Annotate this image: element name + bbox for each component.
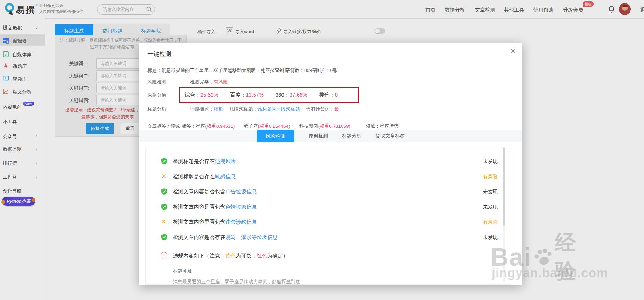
modal-tab-originality[interactable]: 原创检测 [308, 133, 328, 139]
tags-value: 标签：星座(权重0.94631) 双子座(权重0.854464) 科技新闻(权重… [182, 123, 350, 129]
check-row-political-banned: ✕ 检测文章内容里否包含违禁涉政信息 有风险 [146, 218, 512, 227]
shield-check-icon [161, 203, 168, 210]
risk-check-value: 检测完毕，有风险 [190, 79, 228, 85]
score-sogou: 搜狗：0 [319, 92, 338, 98]
check-status: 未发现 [483, 158, 498, 165]
title-analysis-label: 标题分析 [147, 106, 166, 112]
x-mark-icon: ✕ [161, 173, 166, 180]
risk-check-list: 检测标题是否存在违规风险 未发现 ✕ 检测标题是否存在敏感信息 有风险 检测文章… [145, 148, 512, 285]
one-click-check-modal: 一键检测 × 标题：消息最灵通的三个星座，双子座是移动大喇叭，处座探查到底 字符… [139, 43, 522, 285]
risk-check-label: 风险检测 [147, 79, 166, 85]
sentiment-value: 积极 [214, 106, 223, 112]
modal-tab-bar: 风险检测 原创检测 标题分析 提取文章标签 [139, 130, 522, 142]
originality-label: 原创分值 [147, 92, 166, 98]
close-icon[interactable]: × [510, 47, 515, 55]
article-title-label: 标题： [147, 68, 162, 73]
article-title-value: 消息最灵通的三个星座，双子座是移动大喇叭，处座探查到底 [162, 68, 289, 73]
modal-tab-risk-check[interactable]: 风险检测 [257, 130, 294, 142]
violation-notice: 违规内容如下（注意：黄色为可疑，红色为确定） [173, 253, 288, 259]
warn-yellow-word: 黄色 [225, 253, 236, 258]
check-keyword: 敏感信息 [215, 173, 236, 179]
risk-done-text: 检测完毕， [190, 79, 214, 84]
image-count: 图片：0张 [316, 67, 338, 74]
shield-check-icon [161, 158, 168, 165]
yizhuan-app: 易撰 ® 让创作更高效 人民网技术战略合作伙伴 首页 数据分析 文章检测 其他工… [0, 0, 644, 300]
violation-clipped-content: 消息最灵通的三个星座，双子座是移动大喇叭，处座探查到底 [173, 279, 300, 285]
modal-tab-title-analysis[interactable]: 标题分析 [342, 133, 361, 139]
tags-domain-label: 文章标签 / 领域 [147, 123, 180, 129]
danger-red-word: 红色 [257, 253, 267, 258]
originality-score-highlight-box: 综合：25.62% 百度：13.57% 360：37.66% 搜狗：0 [179, 87, 359, 103]
check-row-violation-risk: 检测标题是否存在违规风险 未发现 [146, 157, 512, 166]
risk-flag-text: 有风险 [214, 79, 228, 84]
check-row-ad-spam: 检测文章内容是否包含广告垃圾信息 未发现 [146, 187, 512, 196]
domain-value: 领域：星座运势 [366, 123, 399, 129]
violation-subtitle: 标题可疑 [173, 268, 192, 274]
x-mark-icon: ✕ [161, 218, 166, 225]
check-status: 未发现 [483, 234, 498, 241]
modal-title: 一键检测 [147, 50, 171, 58]
modal-scrollbar-thumb[interactable] [503, 147, 505, 226]
check-row-sensitive-info: ✕ 检测标题是否存在敏感信息 有风险 [146, 172, 512, 181]
check-keyword: 违规风险 [215, 158, 236, 164]
check-keyword: 违禁涉政信息 [225, 219, 257, 225]
segment-value: 该标题为三段式标题 [257, 106, 300, 112]
banned-word-value: 最 [335, 106, 339, 112]
article-title-row: 标题：消息最灵通的三个星座，双子座是移动大喇叭，处座探查到底 [147, 67, 289, 74]
check-row-abuse-spam: 检测文章内容是否存在谩骂、灌水等垃圾信息 未发现 [146, 233, 512, 242]
check-status: 未发现 [483, 189, 498, 195]
modal-scrollbar-track [503, 147, 505, 282]
modal-tab-extract-tags[interactable]: 提取文章标签 [375, 133, 405, 139]
shield-check-icon [161, 234, 168, 241]
tag-3: 科技新闻 [299, 123, 318, 129]
score-baidu: 百度：13.57% [230, 92, 264, 98]
check-keyword: 谩骂、灌水等垃圾信息 [225, 234, 278, 240]
tag-2: 双子座 [244, 123, 258, 129]
check-keyword: 广告垃圾信息 [225, 188, 257, 194]
tag-1: 星座 [196, 123, 205, 129]
score-overall: 综合：25.62% [185, 92, 218, 98]
check-row-porn-spam: 检测文章内容是否包含色情垃圾信息 未发现 [146, 203, 512, 212]
title-analysis-value: 情感描述：积极 几段式标题：该标题为三段式标题 含有违禁词：最 [190, 106, 339, 112]
warning-circle-icon: ! [161, 252, 167, 258]
shield-check-icon [161, 188, 168, 195]
score-360: 360：37.66% [276, 92, 307, 98]
char-count: 字符数：809字 [285, 67, 317, 74]
check-status: 有风险 [483, 219, 498, 225]
check-status: 有风险 [483, 174, 498, 180]
check-status: 未发现 [483, 204, 498, 210]
check-keyword: 色情垃圾信息 [225, 204, 257, 210]
